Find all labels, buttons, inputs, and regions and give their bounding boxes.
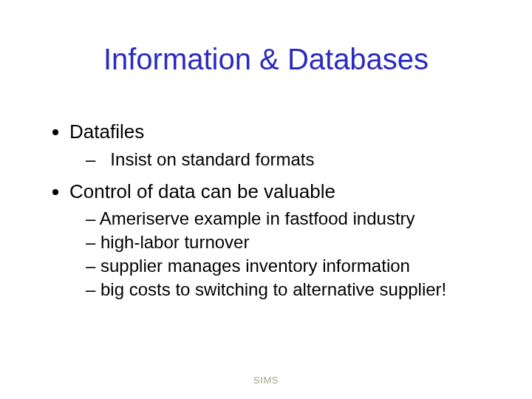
footer-label: SIMS [0, 375, 532, 386]
sub-bullet-item: Insist on standard formats [86, 149, 488, 171]
sub-bullet-item: Ameriserve example in fastfood industry [86, 208, 488, 230]
sub-bullet-text: Ameriserve example in fastfood industry [100, 208, 415, 228]
bullet-item: Control of data can be valuable Ameriser… [69, 180, 488, 301]
sub-bullet-text: big costs to switching to alternative su… [100, 279, 446, 299]
bullet-item: Datafiles Insist on standard formats [69, 120, 488, 171]
slide-content: Datafiles Insist on standard formats Con… [53, 120, 488, 310]
sub-bullet-text: supplier manages inventory information [100, 256, 410, 276]
sub-bullet-item: big costs to switching to alternative su… [86, 279, 488, 301]
bullet-text: Datafiles [69, 120, 144, 143]
sub-bullet-item: supplier manages inventory information [86, 255, 488, 277]
bullet-text: Control of data can be valuable [69, 180, 335, 202]
bullet-list: Datafiles Insist on standard formats Con… [53, 120, 488, 301]
sub-bullet-list: Ameriserve example in fastfood industry … [69, 208, 488, 301]
sub-bullet-item: high-labor turnover [86, 231, 488, 253]
sub-bullet-text: high-labor turnover [100, 232, 249, 252]
slide-title: Information & Databases [0, 43, 532, 76]
sub-bullet-text: Insist on standard formats [110, 149, 314, 169]
slide: Information & Databases Datafiles Insist… [0, 0, 532, 399]
sub-bullet-list: Insist on standard formats [69, 149, 488, 171]
